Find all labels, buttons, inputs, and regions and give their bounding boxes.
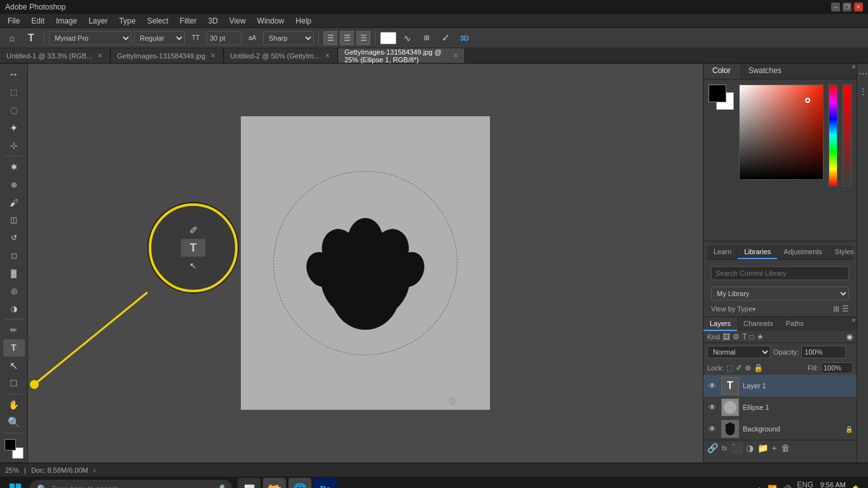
taskview-button[interactable]: ⬜ xyxy=(238,478,261,488)
channels-tab[interactable]: Channels xyxy=(737,317,779,331)
link-layers-button[interactable]: 🔗 xyxy=(707,443,718,453)
path-selection-tool[interactable]: ↖ xyxy=(3,357,25,374)
fill-input[interactable] xyxy=(821,362,853,374)
delete-layer-button[interactable]: 🗑 xyxy=(781,443,790,453)
color-alpha[interactable] xyxy=(843,85,851,186)
layers-collapse[interactable]: ≡ xyxy=(851,317,857,331)
menu-view[interactable]: View xyxy=(224,15,251,27)
font-style-select[interactable]: Regular xyxy=(134,31,185,45)
gradient-tool[interactable]: ▓ xyxy=(3,265,25,282)
type-kind-icon[interactable]: T xyxy=(742,332,747,341)
move-tool[interactable]: ↔ xyxy=(3,66,25,83)
foreground-color-swatch[interactable] xyxy=(709,85,726,102)
tab-2[interactable]: Untitled-2 @ 50% (GettyIm... ✕ xyxy=(224,48,338,63)
canvas-document[interactable] xyxy=(241,116,490,410)
swatches-tab[interactable]: Swatches xyxy=(740,64,790,79)
photoshop-taskbar-icon[interactable]: Ps xyxy=(314,478,337,488)
notification-icon[interactable]: 🔔 xyxy=(851,485,860,488)
type-tool[interactable]: T xyxy=(3,339,25,356)
stamp-tool[interactable]: ◫ xyxy=(3,212,25,229)
tab-3[interactable]: GettyImages-131584349.jpg @ 25% (Ellipse… xyxy=(338,48,465,63)
font-family-select[interactable]: Myriad Pro xyxy=(49,31,132,45)
healing-tool[interactable]: ⊕ xyxy=(3,176,25,193)
lock-pixels-icon[interactable]: ⬚ xyxy=(726,363,733,372)
eyedropper-tool[interactable]: ✱ xyxy=(3,158,25,175)
menu-image[interactable]: Image xyxy=(51,15,82,27)
tab-0[interactable]: Untitled-1 @ 33.3% (RGB... ✕ xyxy=(0,48,111,63)
minimize-button[interactable]: – xyxy=(831,3,840,11)
ctx-type-icon[interactable]: T xyxy=(181,239,205,257)
lock-all-icon[interactable]: 🔒 xyxy=(754,363,763,372)
layers-tab[interactable]: Layers xyxy=(703,317,737,331)
magic-wand-tool[interactable]: ✦ xyxy=(3,119,25,137)
menu-help[interactable]: Help xyxy=(290,15,316,27)
grid-view-icon[interactable]: ⊞ xyxy=(833,304,839,313)
maximize-button[interactable]: ❐ xyxy=(843,3,851,11)
lock-artboard-icon[interactable]: ⊕ xyxy=(745,363,751,372)
search-bar[interactable]: 🔍 🎤 xyxy=(29,480,233,488)
layer-item-1[interactable]: 👁 Ellipse 1 xyxy=(703,396,857,418)
layer-0-visibility[interactable]: 👁 xyxy=(707,381,717,391)
align-center-button[interactable]: ☰ xyxy=(340,31,354,45)
home-button[interactable]: ⌂ xyxy=(4,30,20,46)
adjustments-tab[interactable]: Adjustments xyxy=(777,245,829,259)
new-layer-button[interactable]: + xyxy=(772,443,777,453)
paths-tab[interactable]: Paths xyxy=(780,317,810,331)
ctx-arrow-icon[interactable]: ↖ xyxy=(181,257,205,274)
color-gradient-picker[interactable] xyxy=(739,85,824,180)
commit-button[interactable]: ✓ xyxy=(437,30,454,46)
type-tool-icon[interactable]: T xyxy=(23,30,39,46)
layer-item-2[interactable]: 👁 Background 🔒 xyxy=(703,418,857,440)
volume-icon[interactable]: 🔊 xyxy=(782,485,792,488)
tab-3-close[interactable]: ✕ xyxy=(453,52,458,60)
color-spectrum[interactable] xyxy=(829,85,837,186)
fx-button[interactable]: fx xyxy=(722,444,728,452)
microphone-icon[interactable]: 🎤 xyxy=(214,484,225,488)
smart-kind-icon[interactable]: ★ xyxy=(757,332,764,341)
opacity-input[interactable] xyxy=(801,346,846,358)
menu-file[interactable]: File xyxy=(3,15,25,27)
status-arrow[interactable]: › xyxy=(93,466,96,474)
start-button[interactable] xyxy=(4,478,27,488)
panel-options-icon[interactable]: ⋮ xyxy=(856,84,869,99)
blur-tool[interactable]: ◎ xyxy=(3,282,25,299)
list-view-icon[interactable]: ☰ xyxy=(842,304,849,313)
layer-2-visibility[interactable]: 👁 xyxy=(707,424,717,434)
brush-tool[interactable]: 🖌 xyxy=(3,194,25,211)
eraser-tool[interactable]: ◻ xyxy=(3,247,25,264)
dodge-tool[interactable]: ◑ xyxy=(3,300,25,317)
menu-edit[interactable]: Edit xyxy=(26,15,50,27)
menu-layer[interactable]: Layer xyxy=(83,15,112,27)
layer-kind-icon[interactable]: 🖼 xyxy=(722,332,730,341)
menu-select[interactable]: Select xyxy=(142,15,173,27)
align-left-button[interactable]: ☰ xyxy=(323,31,337,45)
foreground-color[interactable] xyxy=(4,439,16,451)
layer-item-0[interactable]: 👁 T Layer 1 xyxy=(703,375,857,396)
shape-tool[interactable]: □ xyxy=(3,375,25,392)
tab-0-close[interactable]: ✕ xyxy=(96,52,104,60)
color-swatches[interactable] xyxy=(3,438,25,460)
adjustment-kind-icon[interactable]: ⚙ xyxy=(733,332,740,341)
menu-filter[interactable]: Filter xyxy=(175,15,202,27)
menu-type[interactable]: Type xyxy=(114,15,140,27)
filter-toggle[interactable]: ◉ xyxy=(846,332,853,341)
add-mask-button[interactable]: ⬛ xyxy=(731,443,742,453)
styles-tab[interactable]: Styles xyxy=(829,245,857,259)
libraries-tab[interactable]: Libraries xyxy=(738,245,777,259)
canvas-area[interactable]: ✐ T ↖ xyxy=(28,64,703,463)
warp-text-button[interactable]: ∿ xyxy=(399,30,416,46)
search-input[interactable] xyxy=(51,485,210,488)
adjustments-button[interactable]: ◑ xyxy=(746,443,754,453)
group-layers-button[interactable]: 📁 xyxy=(757,443,768,453)
anti-alias-select[interactable]: Sharp Crisp Strong Smooth None xyxy=(263,31,314,45)
file-explorer-icon[interactable]: 📂 xyxy=(263,478,286,488)
tab-1[interactable]: GettyImages-131584349.jpg ✕ xyxy=(111,48,224,63)
tab-2-close[interactable]: ✕ xyxy=(323,52,331,60)
browser-icon[interactable]: 🌐 xyxy=(288,478,311,488)
threed-toggle[interactable]: 3D xyxy=(456,30,473,46)
tab-1-close[interactable]: ✕ xyxy=(209,52,217,60)
up-arrow-icon[interactable]: ∧ xyxy=(757,485,763,488)
text-color-swatch[interactable] xyxy=(380,32,397,44)
view-by-type-arrow[interactable]: ▾ xyxy=(752,306,756,313)
crop-tool[interactable]: ⊹ xyxy=(3,137,25,154)
